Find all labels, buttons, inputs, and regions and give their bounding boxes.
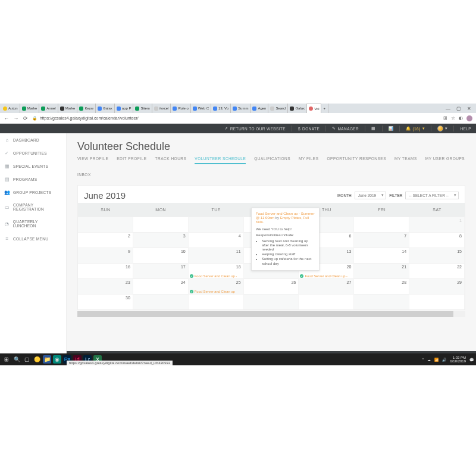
calendar-cell[interactable]: 24 bbox=[133, 278, 189, 294]
donate-link[interactable]: $DONATE bbox=[298, 127, 320, 131]
calendar-cell[interactable]: 26 bbox=[244, 278, 299, 294]
browser-tab[interactable]: Galax bbox=[288, 104, 307, 113]
calendar-cell[interactable]: 1 bbox=[409, 217, 465, 232]
tray-notification-icon[interactable]: 💬 bbox=[469, 358, 474, 362]
browser-tab[interactable]: app P bbox=[115, 104, 134, 113]
window-close[interactable]: ✕ bbox=[467, 106, 471, 111]
calendar-event[interactable]: ✓Food Server and Clean up bbox=[190, 290, 242, 293]
alerts-button[interactable]: 🔔(16)▾ bbox=[406, 126, 425, 131]
qr-icon[interactable]: ⊞ bbox=[443, 115, 447, 121]
new-tab-button[interactable]: + bbox=[321, 104, 328, 113]
browser-tab[interactable]: Galax bbox=[96, 104, 115, 113]
subtab[interactable]: MY USER GROUPS bbox=[425, 156, 465, 164]
calendar-cell[interactable]: 21 bbox=[354, 263, 409, 278]
subtab[interactable]: VOLUNTEER SCHEDULE bbox=[195, 156, 246, 164]
browser-tab[interactable]: Agen bbox=[250, 104, 268, 113]
subtab[interactable]: INBOX bbox=[77, 173, 91, 179]
calendar-cell[interactable]: 17 bbox=[133, 263, 189, 278]
subtab[interactable]: OPPORTUNITY RESPONSES bbox=[327, 156, 386, 164]
browser-tab[interactable]: Web C bbox=[191, 104, 211, 113]
calendar-cell[interactable]: 7 bbox=[354, 232, 409, 248]
calendar-cell[interactable]: 11 bbox=[189, 248, 244, 263]
window-minimize[interactable]: — bbox=[446, 106, 450, 111]
nav-reload-button[interactable]: ⟳ bbox=[23, 115, 29, 121]
manager-link[interactable]: ✎MANAGER bbox=[332, 126, 359, 131]
calendar-cell[interactable] bbox=[244, 294, 299, 309]
calendar-cell[interactable]: 22 bbox=[409, 263, 465, 278]
taskbar-clock[interactable]: 1:02 PM 6/10/2019 bbox=[450, 356, 466, 363]
calendar-cell[interactable]: 15 bbox=[409, 248, 465, 263]
chrome-icon[interactable]: 🟡 bbox=[33, 355, 41, 364]
tray-volume-icon[interactable]: 🔊 bbox=[442, 358, 446, 362]
tray-cloud-icon[interactable]: ☁ bbox=[427, 358, 431, 362]
browser-tab[interactable]: Auton bbox=[1, 104, 20, 113]
subtab[interactable]: MY TEAMS bbox=[394, 156, 417, 164]
subtab[interactable]: TRACK HOURS bbox=[155, 156, 187, 164]
app-green-icon[interactable]: ◉ bbox=[53, 355, 61, 364]
calendar-cell[interactable] bbox=[133, 217, 189, 232]
search-icon[interactable]: 🔍 bbox=[12, 355, 21, 364]
calendar-cell[interactable] bbox=[354, 217, 409, 232]
calendar-cell[interactable]: 27 bbox=[299, 278, 354, 294]
calendar-cell[interactable]: 9 bbox=[78, 248, 133, 263]
sidebar-item[interactable]: ≡COLLAPSE MENU bbox=[0, 232, 66, 245]
calendar-cell[interactable]: 28 bbox=[354, 278, 409, 294]
browser-tab[interactable]: /excel bbox=[152, 104, 171, 113]
calendar-cell[interactable]: 16 bbox=[78, 263, 133, 278]
sidebar-item[interactable]: ✓OPPORTUNITIES bbox=[0, 146, 66, 159]
subtab[interactable]: EDIT PROFILE bbox=[117, 156, 146, 164]
filter-select[interactable]: -- SELECT A FILTER -- bbox=[405, 192, 459, 199]
sidebar-item[interactable]: ▤PROGRAMS bbox=[0, 173, 66, 186]
calendar-cell[interactable]: 3 bbox=[133, 232, 189, 248]
calendar-event[interactable]: ✓Food Server and Clean up - bbox=[300, 274, 352, 278]
sidebar-item[interactable]: 👥GROUP PROJECTS bbox=[0, 186, 66, 199]
calendar-cell[interactable] bbox=[354, 294, 409, 309]
calendar-cell[interactable]: 14 bbox=[354, 248, 409, 263]
calendar-cell[interactable]: 25✓Food Server and Clean up bbox=[189, 278, 244, 294]
browser-tab[interactable]: Sitem bbox=[133, 104, 152, 113]
browser-tab[interactable]: Keyw bbox=[77, 104, 96, 113]
task-view-icon[interactable]: ▢ bbox=[23, 355, 31, 364]
user-avatar[interactable]: ▾ bbox=[437, 126, 447, 131]
browser-tab[interactable]: Searcl bbox=[268, 104, 288, 113]
browser-tab[interactable]: 13. Vo bbox=[211, 104, 231, 113]
browser-tab[interactable]: Annel bbox=[39, 104, 58, 113]
sidebar-item[interactable]: ▦SPECIAL EVENTS bbox=[0, 159, 66, 173]
subtab[interactable]: QUALIFICATIONS bbox=[254, 156, 290, 164]
address-bar[interactable]: 🔒 https://gcsales4.galaxydigital.com/cal… bbox=[32, 116, 440, 121]
sidebar-item[interactable]: ◔QUARTERLY LUNCHEON bbox=[0, 215, 66, 232]
month-select[interactable]: June 2019 bbox=[355, 192, 386, 199]
calendar-cell[interactable]: 23 bbox=[78, 278, 133, 294]
sidebar-item[interactable]: ▭COMPANY REGISTRATION bbox=[0, 199, 66, 215]
horizontal-scrollbar[interactable] bbox=[77, 311, 465, 317]
calendar-cell[interactable]: 4 bbox=[189, 232, 244, 248]
nav-forward-button[interactable]: → bbox=[13, 115, 19, 121]
calendar-cell[interactable] bbox=[189, 294, 244, 309]
grid-icon[interactable]: ▦ bbox=[371, 126, 375, 131]
browser-tab[interactable]: Vol bbox=[307, 104, 321, 113]
file-explorer-icon[interactable]: 📁 bbox=[43, 355, 51, 364]
calendar-cell[interactable] bbox=[78, 217, 133, 232]
browser-tab[interactable]: Summ bbox=[231, 104, 250, 113]
calendar-event[interactable]: ✓Food Server and Clean up - bbox=[190, 274, 242, 278]
calendar-cell[interactable]: 18✓Food Server and Clean up - bbox=[189, 263, 244, 278]
tray-up-icon[interactable]: ^ bbox=[422, 358, 424, 361]
calendar-cell[interactable] bbox=[299, 294, 354, 309]
browser-tab[interactable]: Marke bbox=[20, 104, 40, 113]
calendar-cell[interactable]: 10 bbox=[133, 248, 189, 263]
extension-icon[interactable]: ◐ bbox=[459, 115, 463, 121]
start-button[interactable]: ⊞ bbox=[2, 355, 11, 364]
sidebar-item[interactable]: ⌂DASHBOARD bbox=[0, 133, 66, 146]
calendar-cell[interactable]: 30 bbox=[78, 294, 133, 309]
nav-back-button[interactable]: ← bbox=[4, 115, 10, 121]
calendar-cell[interactable]: 2 bbox=[78, 232, 133, 248]
browser-tab[interactable]: Role o bbox=[171, 104, 190, 113]
return-website-link[interactable]: ↗RETURN TO OUR WEBSITE bbox=[224, 126, 286, 131]
subtab[interactable]: MY FILES bbox=[299, 156, 319, 164]
calendar-cell[interactable] bbox=[189, 217, 244, 232]
chart-icon[interactable]: 📊 bbox=[389, 126, 393, 131]
calendar-cell[interactable]: 8 bbox=[409, 232, 465, 248]
tray-wifi-icon[interactable]: 📶 bbox=[434, 358, 439, 362]
help-link[interactable]: HELP bbox=[460, 127, 471, 131]
calendar-cell[interactable]: 29 bbox=[409, 278, 465, 294]
